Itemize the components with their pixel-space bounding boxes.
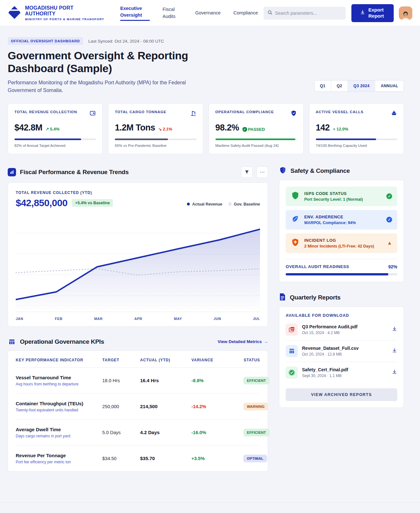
file-meta: Sept 30, 2024 · 1.1 MB: [302, 374, 388, 378]
arrow-right-icon: →: [264, 339, 268, 344]
verified-badge-icon: ✓: [386, 217, 392, 223]
file-name: Q3 Performance Audit.pdf: [302, 324, 388, 329]
status-item-title: ISPS CODE STATUS: [304, 191, 382, 196]
ship-icon: [391, 110, 397, 118]
kpi-target: 250,000: [102, 404, 140, 409]
kpi-desc: Port fee efficiency per metric ton: [16, 460, 102, 464]
audit-progress-track: [286, 273, 397, 275]
document-icon: [279, 293, 286, 302]
crane-icon: [190, 110, 197, 118]
reports-section: Quarterly Reports AVAILABLE FOR DOWNLOAD…: [279, 293, 404, 408]
x-tick: JUL: [253, 317, 260, 321]
kpi-variance: -14.2%: [191, 404, 243, 409]
x-tick: JAN: [16, 317, 23, 321]
kpi-caption: 65% vs Pre-Pandemic Baseline: [115, 144, 196, 147]
progress-fill: [115, 139, 168, 140]
file-row-safety-cert[interactable]: Safety_Cert_Final.pdf Sept 30, 2024 · 1.…: [286, 362, 397, 383]
audit-readiness-label: OVERALL AUDIT READINESS: [286, 264, 349, 269]
table-row: Revenue Per Tonnage Port fee efficiency …: [16, 446, 260, 471]
kpi-delta: ↘2.1%: [158, 127, 172, 131]
col-header-variance: VARIANCE: [191, 358, 243, 362]
kpi-value: $42.8M: [14, 123, 42, 133]
status-item-isps: ISPS CODE STATUS Port Security Level: 1 …: [286, 187, 397, 206]
kpi-value: 142: [316, 123, 330, 133]
tab-annual[interactable]: ANNUAL: [375, 80, 404, 91]
kpi-label: OPERATIONAL COMPLIANCE: [215, 110, 274, 114]
kpi-actual: 214,500: [140, 404, 191, 409]
download-icon[interactable]: [392, 326, 397, 333]
svg-text:PDF: PDF: [291, 328, 294, 330]
kpi-variance: +3.5%: [191, 456, 243, 461]
x-tick: JUN: [214, 317, 221, 321]
bar-chart-icon: [8, 168, 16, 176]
kpi-name: Average Dwell Time: [16, 427, 102, 432]
baseline-dot-icon: [229, 203, 231, 206]
audit-readiness-value: 92%: [388, 264, 397, 269]
trend-up-icon: ↗: [46, 127, 49, 131]
kpi-table-section: Operational Governance KPIs View Detaile…: [8, 338, 268, 472]
kpi-desc: Twenty-foot equivalent units handled: [16, 408, 102, 412]
kpi-desc: Days cargo remains in port yard: [16, 434, 102, 438]
nav-governance[interactable]: Governance: [195, 10, 221, 16]
file-row-pdf-audit[interactable]: PDF Q3 Performance Audit.pdf Oct 15, 202…: [286, 319, 397, 341]
actual-revenue-dot-icon: [187, 203, 190, 206]
progress-fill: [316, 139, 376, 140]
more-options-button[interactable]: ⋯: [256, 166, 268, 178]
file-row-csv-dataset[interactable]: Revenue_Dataset_Full.csv Oct 20, 2024 · …: [286, 341, 397, 362]
page-subtitle: Performance Monitoring of the Mogadishu …: [8, 79, 200, 94]
filter-button[interactable]: [241, 166, 253, 178]
status-badge: EFFICIENT: [243, 429, 270, 436]
nav-executive-oversight[interactable]: Executive Oversight: [120, 5, 150, 21]
revenue-trend-card: TOTAL REVENUE COLLECTED (YTD) $42,850,00…: [8, 182, 268, 327]
kpi-value: 1.2M Tons: [115, 123, 155, 133]
shield-icon: [279, 166, 287, 175]
x-tick: MAY: [174, 317, 182, 321]
green-shield-icon: [291, 191, 300, 201]
download-icon[interactable]: [392, 369, 397, 376]
audit-progress-fill: [286, 273, 388, 275]
kpi-delta: ↗5.4%: [46, 127, 60, 131]
kpi-card-compliance: OPERATIONAL COMPLIANCE 98.2% ✓PASSED Mar…: [209, 103, 304, 154]
view-archived-reports-button[interactable]: VIEW ARCHIVED REPORTS: [286, 388, 397, 401]
shield-check-icon: [290, 110, 297, 118]
col-header-status: STATUS: [243, 358, 260, 362]
nav-fiscal-audits[interactable]: Fiscal Audits: [163, 6, 182, 20]
status-item-title: INCIDENT LOG: [304, 238, 382, 243]
page-header: OFFICIAL OVERSIGHT DASHBOARD Last Synced…: [0, 26, 420, 100]
csv-file-icon: [286, 345, 298, 357]
status-item-desc: 2 Minor Incidents (LTI-Free: 42 Days): [304, 244, 382, 248]
kpi-target: 5.0 Days: [102, 430, 140, 435]
kpi-caption: Maritime Safety Audit Passed (Aug 24): [215, 144, 297, 147]
chart-section-title: Fiscal Performance & Revenue Trends: [20, 169, 129, 176]
kpi-target: 18.0 Hrs: [102, 378, 140, 383]
nav-compliance[interactable]: Compliance: [233, 10, 258, 16]
kpi-delta: + 12.0%: [333, 127, 348, 131]
tab-q2[interactable]: Q2: [331, 80, 348, 91]
kpi-cards-row: TOTAL REVENUE COLLECTION $42.8M ↗5.4% 82…: [0, 103, 420, 154]
status-item-incidents: INCIDENT LOG 2 Minor Incidents (LTI-Free…: [286, 233, 397, 253]
search-input[interactable]: [275, 11, 342, 16]
kpi-caption: 74/100 Berthing Capacity Used: [316, 144, 397, 147]
search-box[interactable]: [264, 7, 346, 20]
kpi-variance: -16.0%: [191, 430, 243, 435]
search-icon: [267, 10, 273, 16]
kpi-card-revenue: TOTAL REVENUE COLLECTION $42.8M ↗5.4% 82…: [8, 103, 103, 154]
legend-actual-label: Actual Revenue: [192, 202, 222, 206]
kpi-variance: -8.8%: [191, 378, 243, 383]
kpi-actual: 4.2 Days: [140, 430, 191, 435]
user-avatar[interactable]: [399, 6, 412, 20]
table-row: Vessel Turnaround Time Avg hours from be…: [16, 368, 260, 394]
x-tick: MAR: [94, 317, 103, 321]
export-report-button[interactable]: Export Report: [351, 4, 394, 22]
x-tick: FEB: [55, 317, 63, 321]
progress-track: [316, 139, 397, 140]
certificate-seal-icon: [286, 366, 298, 379]
port-authority-logo-icon: [8, 6, 21, 21]
tab-q3-2024[interactable]: Q3 2024: [348, 80, 375, 91]
tab-q1[interactable]: Q1: [315, 80, 331, 91]
kpi-name: Container Throughput (TEUs): [16, 401, 102, 406]
kpi-label: TOTAL REVENUE COLLECTION: [14, 110, 77, 114]
download-icon[interactable]: [392, 348, 397, 354]
view-detailed-metrics-link[interactable]: View Detailed Metrics→: [218, 339, 268, 344]
reports-section-title: Quarterly Reports: [290, 294, 340, 301]
